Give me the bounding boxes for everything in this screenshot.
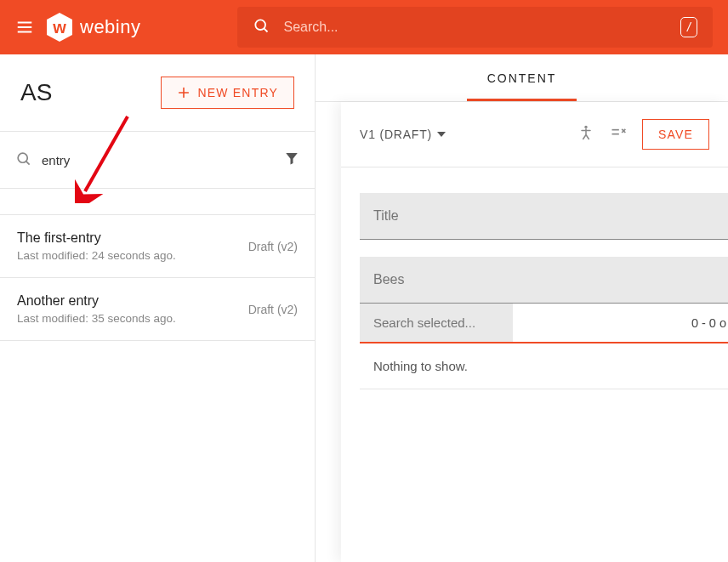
- svg-line-6: [264, 28, 268, 31]
- svg-point-11: [18, 153, 27, 162]
- svg-line-12: [26, 161, 30, 164]
- global-search-input[interactable]: [283, 20, 667, 35]
- svg-marker-13: [286, 153, 298, 165]
- entry-search-bar: [0, 131, 315, 189]
- svg-point-15: [584, 126, 587, 128]
- save-button[interactable]: SAVE: [642, 119, 709, 150]
- filter-icon[interactable]: [284, 150, 299, 169]
- ref-field-label[interactable]: [360, 257, 728, 304]
- logo-badge-icon: w: [46, 12, 73, 43]
- accessibility-icon[interactable]: [577, 124, 594, 145]
- entry-status: Draft (v2): [248, 303, 298, 316]
- svg-text:w: w: [52, 18, 66, 37]
- main-area: AS NEW ENTRY: [0, 54, 728, 562]
- content-tabs: CONTENT: [316, 54, 728, 102]
- svg-point-5: [256, 20, 266, 30]
- entry-detail-panel: CONTENT V1 (DRAFT): [316, 54, 728, 562]
- search-icon: [253, 17, 270, 37]
- search-icon: [15, 150, 31, 170]
- topbar: w webiny /: [0, 0, 728, 54]
- entry-meta: Last modified: 35 seconds ago.: [17, 312, 176, 325]
- slash-shortcut-icon: /: [680, 17, 697, 37]
- reference-search-input[interactable]: [360, 304, 513, 342]
- tab-content[interactable]: CONTENT: [467, 58, 577, 101]
- model-title: AS: [20, 79, 52, 106]
- reference-count: 0 - 0 o: [691, 316, 728, 330]
- global-search[interactable]: /: [237, 7, 713, 48]
- reference-empty-message: Nothing to show.: [360, 343, 728, 389]
- hamburger-menu-icon[interactable]: [15, 18, 34, 37]
- entry-list: The first-entry Last modified: 24 second…: [0, 214, 315, 562]
- entry-meta: Last modified: 24 seconds ago.: [17, 249, 176, 262]
- version-label: V1 (DRAFT): [360, 128, 432, 141]
- new-entry-button[interactable]: NEW ENTRY: [161, 77, 294, 109]
- entry-title: Another entry: [17, 293, 176, 309]
- brand-name: webiny: [80, 16, 140, 38]
- title-field[interactable]: [360, 193, 728, 240]
- brand-logo[interactable]: w webiny: [46, 12, 140, 43]
- content-body: V1 (DRAFT) SAVE: [341, 102, 728, 562]
- content-toolbar: V1 (DRAFT) SAVE: [341, 102, 728, 167]
- entry-search-input[interactable]: [42, 153, 274, 167]
- entry-item[interactable]: Another entry Last modified: 35 seconds …: [0, 278, 315, 341]
- reference-field: 0 - 0 o Nothing to show.: [360, 257, 728, 389]
- collapse-list-icon[interactable]: [610, 124, 627, 145]
- entry-list-panel: AS NEW ENTRY: [0, 54, 316, 562]
- entry-status: Draft (v2): [248, 240, 298, 253]
- entry-title: The first-entry: [17, 230, 176, 246]
- sidebar-header: AS NEW ENTRY: [0, 54, 315, 131]
- reference-toolbar: 0 - 0 o: [360, 304, 728, 343]
- chevron-down-icon: [437, 130, 446, 139]
- entry-item[interactable]: The first-entry Last modified: 24 second…: [0, 215, 315, 278]
- version-dropdown[interactable]: V1 (DRAFT): [360, 128, 446, 141]
- fields: 0 - 0 o Nothing to show.: [341, 167, 728, 389]
- svg-marker-14: [437, 132, 446, 137]
- new-entry-label: NEW ENTRY: [197, 86, 278, 99]
- plus-icon: [177, 86, 191, 99]
